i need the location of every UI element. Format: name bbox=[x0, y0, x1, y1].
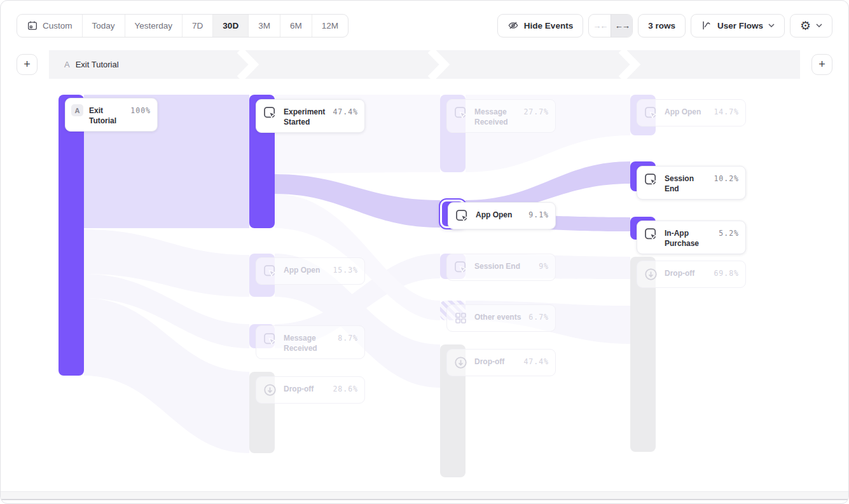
node-percentage: 47.4% bbox=[523, 355, 549, 366]
flow-node-card[interactable]: App Open14.7% bbox=[637, 99, 746, 126]
series-badge: A bbox=[71, 104, 83, 116]
node-percentage: 69.8% bbox=[714, 266, 739, 278]
sankey-flow-chart: AExit Tutorial100%Experiment Started47.4… bbox=[1, 79, 848, 491]
node-label: Session End bbox=[474, 259, 533, 271]
flow-node-card[interactable]: Drop-off28.6% bbox=[256, 376, 365, 404]
event-click-icon bbox=[262, 263, 278, 279]
flow-node-card[interactable]: Message Received27.7% bbox=[446, 99, 556, 133]
node-percentage: 8.7% bbox=[338, 331, 358, 343]
flow-node-card[interactable]: Drop-off47.4% bbox=[446, 349, 556, 376]
node-label: App Open bbox=[284, 263, 327, 275]
flow-node-card[interactable]: In-App Purchase5.2% bbox=[637, 221, 746, 254]
node-label: In-App Purchase bbox=[665, 226, 713, 249]
node-label: Session End bbox=[665, 172, 708, 194]
event-click-icon bbox=[454, 208, 470, 224]
flow-node-card[interactable]: Message Received8.7% bbox=[256, 325, 365, 359]
node-percentage: 14.7% bbox=[714, 105, 739, 116]
flow-node-card[interactable]: App Open15.3% bbox=[256, 257, 365, 285]
node-label: Message Received bbox=[284, 331, 332, 353]
flow-node-card[interactable]: App Open9.1% bbox=[448, 202, 556, 229]
node-percentage: 28.6% bbox=[333, 382, 358, 393]
flow-node-card[interactable]: Session End9% bbox=[446, 254, 556, 281]
node-label: App Open bbox=[665, 105, 708, 117]
node-percentage: 9% bbox=[539, 259, 549, 271]
node-label: Drop-off bbox=[665, 266, 708, 278]
event-click-icon bbox=[643, 105, 659, 121]
node-label: Experiment Started bbox=[284, 105, 327, 127]
event-click-icon bbox=[643, 172, 659, 187]
node-percentage: 47.4% bbox=[333, 105, 358, 116]
drop-off-icon bbox=[453, 355, 469, 371]
drop-off-icon bbox=[262, 382, 278, 398]
drop-off-icon bbox=[643, 266, 659, 282]
node-label: Message Received bbox=[474, 105, 518, 127]
flow-node-bar[interactable] bbox=[59, 95, 84, 376]
flow-node-card[interactable]: Experiment Started47.4% bbox=[256, 99, 365, 133]
node-percentage: 100% bbox=[130, 104, 151, 115]
event-click-icon bbox=[453, 259, 469, 275]
flow-node-card[interactable]: Session End10.2% bbox=[637, 166, 746, 200]
flow-node-card[interactable]: AExit Tutorial100% bbox=[65, 98, 158, 132]
node-label: Other events bbox=[474, 310, 523, 322]
other-events-icon bbox=[453, 310, 469, 326]
event-click-icon bbox=[453, 105, 469, 121]
node-percentage: 27.7% bbox=[523, 105, 549, 116]
user-flows-app: Custom Today Yesterday 7D 30D 3M 6M 12M … bbox=[0, 0, 849, 504]
node-label: App Open bbox=[476, 208, 523, 220]
node-percentage: 5.2% bbox=[719, 226, 739, 238]
flow-node-card[interactable]: Other events6.7% bbox=[446, 304, 556, 332]
node-label: Exit Tutorial bbox=[89, 104, 125, 126]
node-percentage: 15.3% bbox=[333, 263, 358, 275]
node-percentage: 6.7% bbox=[528, 310, 549, 322]
event-click-icon bbox=[262, 105, 278, 121]
event-click-icon bbox=[262, 331, 278, 347]
node-percentage: 10.2% bbox=[714, 172, 739, 183]
node-label: Drop-off bbox=[284, 382, 327, 394]
node-percentage: 9.1% bbox=[528, 208, 549, 219]
node-label: Drop-off bbox=[474, 355, 518, 367]
event-click-icon bbox=[643, 226, 659, 242]
flow-node-card[interactable]: Drop-off69.8% bbox=[637, 261, 746, 288]
